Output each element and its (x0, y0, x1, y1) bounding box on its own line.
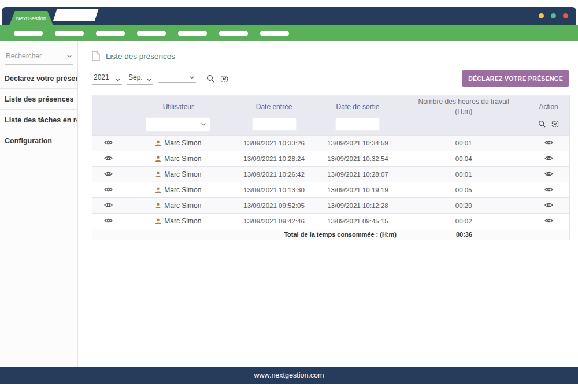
hours-cell: 00:04 (399, 155, 528, 162)
hours-cell: 00:01 (399, 171, 528, 178)
date-sortie-cell: 13/09/2021 10:19:19 (316, 186, 400, 193)
hours-cell: 00:02 (399, 218, 528, 225)
user-icon (155, 171, 161, 178)
sidebar-item-liste-des-taches[interactable]: Liste des tâches en ret... (0, 110, 77, 130)
sidebar: Rechercher Déclarez votre présence Liste… (0, 41, 78, 367)
user-icon (155, 203, 161, 209)
user-name: Marc Simon (164, 170, 201, 178)
table-row: Marc Simon 13/09/2021 09:52:05 13/09/202… (92, 197, 569, 213)
year-select-value: 2021 (94, 73, 112, 81)
table-row: Marc Simon 13/09/2021 10:33:26 13/09/202… (92, 135, 569, 151)
sidebar-item-liste-des-presences[interactable]: Liste des présences (0, 89, 77, 110)
footer: www.nextgestion.com (0, 367, 578, 384)
column-header-date-entree[interactable]: Date entrée (232, 96, 316, 117)
total-value: 00:36 (400, 231, 528, 238)
user-name: Marc Simon (164, 139, 201, 147)
row-eye-icon[interactable] (104, 155, 113, 161)
date-entree-cell: 13/09/2021 09:52:05 (232, 202, 316, 209)
year-select[interactable]: 2021 (92, 72, 122, 85)
content-area: Rechercher Déclarez votre présence Liste… (0, 41, 578, 367)
window-controls (539, 13, 568, 18)
ghost-tab[interactable] (53, 9, 99, 21)
chevron-down-icon (201, 123, 206, 126)
user-name: Marc Simon (164, 201, 201, 210)
page-title: Liste des présences (106, 52, 175, 61)
nav-pill[interactable] (219, 31, 248, 36)
column-header-utilisateur[interactable]: Utilisateur (124, 96, 232, 117)
row-eye-icon[interactable] (104, 218, 113, 223)
sidebar-menu: Déclarez votre présence Liste des présen… (0, 68, 77, 151)
hours-cell: 00:20 (399, 202, 528, 209)
document-icon (92, 51, 100, 61)
date-sortie-cell: 13/09/2021 10:34:59 (316, 140, 400, 147)
date-entree-cell: 13/09/2021 10:13:30 (232, 186, 316, 193)
row-eye-icon[interactable] (104, 171, 113, 177)
sidebar-item-declarez-votre-presence[interactable]: Déclarez votre présence (0, 68, 77, 89)
chevron-down-icon (116, 79, 120, 81)
column-header-heures: Nombre des heures du travail (H:m) (409, 97, 518, 115)
extra-select[interactable] (158, 75, 196, 83)
date-entree-cell: 13/09/2021 09:42:46 (232, 218, 316, 225)
date-entree-cell: 13/09/2021 10:28:24 (232, 155, 316, 162)
clear-search-icon[interactable] (220, 75, 228, 83)
action-eye-icon[interactable] (544, 171, 553, 177)
table-search-icon[interactable] (538, 120, 546, 130)
total-row: Total de la temps consommée : (H:m) 00:3… (92, 229, 569, 240)
hours-cell: 00:01 (399, 140, 528, 147)
table-row: Marc Simon 13/09/2021 10:13:30 13/09/202… (92, 182, 569, 197)
user-icon (155, 140, 161, 147)
maximize-dot-icon[interactable] (551, 13, 556, 18)
hours-cell: 00:05 (399, 186, 528, 193)
action-eye-icon[interactable] (544, 186, 553, 192)
sidebar-search-placeholder: Rechercher (6, 52, 67, 60)
date-entree-cell: 13/09/2021 10:26:42 (232, 171, 316, 178)
nav-pill[interactable] (14, 31, 43, 36)
table-header: Utilisateur Date entrée Date de sortie N… (92, 96, 569, 135)
main-navbar (0, 25, 578, 41)
main-panel: Liste des présences 2021 Sep. (79, 41, 578, 367)
chevron-down-icon (190, 76, 194, 79)
date-entree-filter-input[interactable] (252, 118, 297, 131)
nav-pill[interactable] (137, 31, 166, 36)
date-sortie-filter-input[interactable] (335, 118, 380, 131)
table-row: Marc Simon 13/09/2021 10:28:24 13/09/202… (92, 151, 569, 166)
row-eye-icon[interactable] (104, 202, 113, 208)
nav-pill[interactable] (260, 31, 289, 36)
date-entree-cell: 13/09/2021 10:33:26 (232, 140, 316, 147)
action-eye-icon[interactable] (544, 155, 553, 161)
user-icon (155, 187, 161, 193)
column-header-action: Action (528, 96, 569, 117)
sidebar-item-configuration[interactable]: Configuration (0, 130, 77, 151)
page-header: Liste des présences (92, 51, 578, 61)
column-header-date-sortie[interactable]: Date de sortie (316, 96, 400, 117)
minimize-dot-icon[interactable] (539, 13, 544, 18)
action-eye-icon[interactable] (544, 202, 553, 208)
sidebar-search-select[interactable]: Rechercher (5, 50, 73, 65)
total-label: Total de la temps consommée : (H:m) (92, 231, 400, 238)
table-clear-search-icon[interactable] (551, 120, 559, 130)
user-filter-select[interactable] (146, 117, 210, 132)
user-name: Marc Simon (164, 155, 201, 163)
nav-pill[interactable] (55, 31, 84, 36)
declare-presence-button[interactable]: DÉCLAREZ VOTRE PRÉSENCE (462, 70, 569, 87)
date-sortie-cell: 13/09/2021 10:28:07 (316, 171, 400, 178)
window-titlebar: NextGestion (2, 7, 576, 25)
close-dot-icon[interactable] (563, 13, 568, 18)
filter-bar: 2021 Sep. DÉCLAREZ VOTRE PRÉSENCE (92, 70, 569, 87)
footer-url: www.nextgestion.com (254, 371, 324, 379)
nav-pill[interactable] (96, 31, 125, 36)
date-sortie-cell: 13/09/2021 10:32:54 (316, 155, 400, 162)
date-sortie-cell: 13/09/2021 09:45:15 (316, 218, 400, 225)
action-eye-icon[interactable] (544, 140, 553, 145)
brand-tab[interactable]: NextGestion (9, 11, 53, 25)
row-eye-icon[interactable] (104, 186, 113, 192)
row-eye-icon[interactable] (104, 140, 113, 145)
chevron-down-icon (147, 79, 151, 81)
presence-table: Utilisateur Date entrée Date de sortie N… (92, 95, 570, 240)
nav-pill[interactable] (178, 31, 207, 36)
action-eye-icon[interactable] (544, 218, 553, 223)
user-name: Marc Simon (164, 217, 201, 225)
month-select[interactable]: Sep. (127, 72, 153, 85)
user-name: Marc Simon (164, 186, 201, 194)
search-icon[interactable] (206, 74, 214, 83)
